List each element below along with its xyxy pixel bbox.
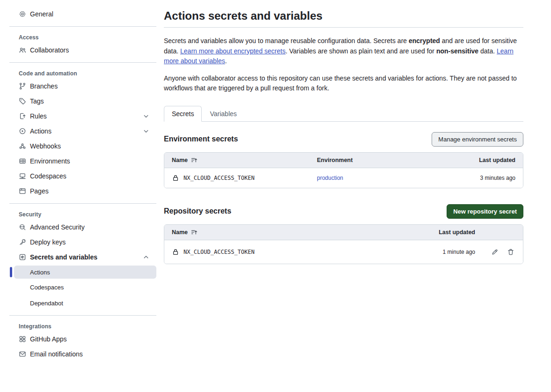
sidebar-item-deploy-keys[interactable]: Deploy keys	[9, 235, 156, 250]
key-icon	[19, 238, 26, 246]
learn-more-encrypted-secrets-link[interactable]: Learn more about encrypted secrets	[180, 47, 286, 55]
row-actions-cell	[475, 247, 515, 257]
sidebar-item-actions[interactable]: Actions	[9, 124, 156, 139]
sidebar-subitem-actions[interactable]: Actions	[14, 266, 156, 279]
sidebar-section-access: Access	[9, 31, 156, 43]
server-icon	[19, 157, 26, 165]
sidebar-subitem-label: Actions	[30, 269, 50, 276]
sidebar-subitem-codespaces[interactable]: Codespaces	[14, 280, 156, 295]
intro-paragraph-2: Anyone with collaborator access to this …	[164, 74, 523, 94]
sidebar-item-label: General	[30, 10, 53, 18]
chevron-down-icon	[142, 127, 150, 135]
sidebar-item-collaborators[interactable]: Collaborators	[9, 43, 156, 58]
new-repository-secret-button[interactable]: New repository secret	[447, 204, 523, 219]
sidebar-item-label: Codespaces	[30, 172, 66, 180]
manage-environment-secrets-button[interactable]: Manage environment secrets	[432, 132, 523, 147]
sidebar-subitem-dependabot[interactable]: Dependabot	[14, 296, 156, 311]
sidebar-item-label: Secrets and variables	[30, 253, 97, 261]
sidebar-item-label: Collaborators	[30, 46, 69, 54]
intro-paragraph-1: Secrets and variables allow you to manag…	[164, 36, 523, 67]
sidebar-item-general[interactable]: General	[9, 7, 156, 22]
codespaces-icon	[19, 172, 26, 180]
sidebar-item-label: Tags	[30, 97, 44, 105]
environment-secrets-table: Name Environment Last updated NX_CLOUD_A…	[164, 152, 523, 188]
sidebar-section-security: Security	[9, 208, 156, 220]
sidebar-divider	[9, 315, 156, 316]
column-header-name[interactable]: Name	[172, 157, 317, 163]
main-content: Actions secrets and variables Secrets an…	[164, 0, 523, 392]
secret-name: NX_CLOUD_ACCESS_TOKEN	[184, 175, 255, 181]
last-updated-cell: 3 minutes ago	[436, 175, 515, 181]
sidebar-item-label: Branches	[30, 82, 58, 90]
sidebar-item-advanced-security[interactable]: Advanced Security	[9, 220, 156, 235]
repository-secrets-table: Name Last updated NX_CLOUD_ACCESS_TOKEN …	[164, 224, 523, 264]
sidebar-item-pages[interactable]: Pages	[9, 184, 156, 199]
people-icon	[19, 46, 26, 54]
settings-sidebar: General Access Collaborators Code and au…	[9, 0, 156, 392]
rules-icon	[19, 112, 26, 120]
environment-secrets-heading: Environment secrets	[164, 135, 238, 143]
column-header-label: Name	[172, 229, 188, 236]
repository-secrets-header: Repository secrets New repository secret	[164, 204, 523, 219]
column-header-label: Name	[172, 157, 188, 163]
play-icon	[19, 127, 26, 135]
sidebar-section-integrations: Integrations	[9, 320, 156, 332]
sidebar-divider	[9, 203, 156, 204]
sidebar-item-label: Webhooks	[30, 142, 61, 150]
tab-variables[interactable]: Variables	[202, 106, 244, 122]
sidebar-item-github-apps[interactable]: GitHub Apps	[9, 332, 156, 347]
secret-name: NX_CLOUD_ACCESS_TOKEN	[184, 249, 255, 255]
intro-text: Secrets and variables allow you to manag…	[164, 37, 409, 44]
intro-text: . Variables are shown as plain text and …	[286, 47, 436, 55]
webhook-icon	[19, 142, 26, 150]
sort-ascending-icon	[191, 229, 198, 235]
git-branch-icon	[19, 82, 26, 90]
sidebar-item-webhooks[interactable]: Webhooks	[9, 139, 156, 154]
edit-secret-button[interactable]	[490, 247, 500, 257]
sidebar-item-rules[interactable]: Rules	[9, 109, 156, 124]
lock-icon	[172, 174, 179, 182]
sidebar-item-branches[interactable]: Branches	[9, 79, 156, 94]
sidebar-item-label: Deploy keys	[30, 238, 66, 246]
sidebar-divider	[9, 62, 156, 63]
pencil-icon	[491, 248, 499, 256]
settings-page: General Access Collaborators Code and au…	[0, 0, 551, 392]
repository-secrets-heading: Repository secrets	[164, 207, 231, 215]
table-row: NX_CLOUD_ACCESS_TOKEN production 3 minut…	[164, 168, 523, 188]
tab-secrets[interactable]: Secrets	[164, 106, 202, 122]
sidebar-item-label: Environments	[30, 157, 70, 165]
sidebar-item-label: GitHub Apps	[30, 335, 67, 343]
column-header-name[interactable]: Name	[172, 229, 405, 236]
secrets-variables-tabs: Secrets Variables	[164, 106, 523, 122]
environment-cell: production	[317, 175, 436, 181]
sidebar-item-tags[interactable]: Tags	[9, 94, 156, 109]
intro-bold-non-sensitive: non-sensitive	[436, 47, 478, 55]
secret-name-cell: NX_CLOUD_ACCESS_TOKEN	[172, 248, 405, 256]
sidebar-item-label: Advanced Security	[30, 223, 85, 231]
column-header-last-updated: Last updated	[405, 229, 475, 236]
sidebar-item-label: Rules	[30, 112, 47, 120]
browser-icon	[19, 187, 26, 195]
chevron-down-icon	[142, 112, 150, 120]
last-updated-cell: 1 minute ago	[405, 249, 475, 255]
sidebar-divider	[9, 26, 156, 27]
environment-link[interactable]: production	[317, 175, 343, 181]
sort-ascending-icon	[191, 157, 198, 163]
sidebar-item-codespaces[interactable]: Codespaces	[9, 169, 156, 184]
apps-grid-icon	[19, 335, 26, 343]
chevron-up-icon	[142, 253, 150, 261]
sidebar-subitem-label: Codespaces	[30, 284, 64, 291]
sidebar-section-code-and-automation: Code and automation	[9, 67, 156, 79]
table-header-row: Name Environment Last updated	[164, 153, 523, 168]
asterisk-box-icon	[19, 253, 26, 261]
sidebar-item-email-notifications[interactable]: Email notifications	[9, 347, 156, 362]
page-title: Actions secrets and variables	[164, 9, 523, 28]
sidebar-item-environments[interactable]: Environments	[9, 154, 156, 169]
codescan-icon	[19, 223, 26, 231]
column-header-environment: Environment	[317, 157, 436, 163]
sidebar-item-secrets-and-variables[interactable]: Secrets and variables	[9, 250, 156, 265]
environment-secrets-header: Environment secrets Manage environment s…	[164, 132, 523, 147]
sidebar-subitem-label: Dependabot	[30, 300, 63, 307]
delete-secret-button[interactable]	[506, 247, 515, 257]
table-row: NX_CLOUD_ACCESS_TOKEN 1 minute ago	[164, 240, 523, 264]
